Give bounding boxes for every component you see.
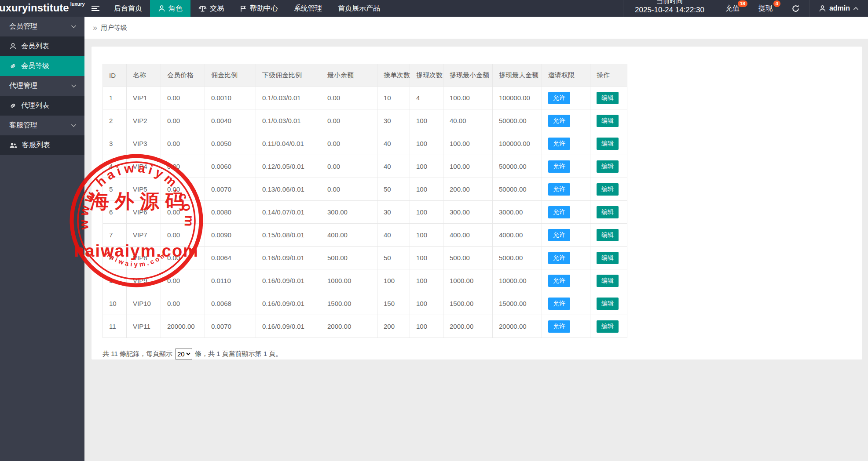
edit-button[interactable]: 编辑 bbox=[597, 138, 619, 150]
invite-permission-cell: 允许 bbox=[542, 178, 590, 201]
table-cell: 0.0110 bbox=[205, 269, 256, 292]
sidebar-group-2[interactable]: 代理管理 bbox=[0, 76, 84, 96]
table-cell: VIP8 bbox=[127, 247, 161, 269]
nav-item-1[interactable]: 后台首页 bbox=[106, 0, 150, 17]
table-cell: 4 bbox=[103, 155, 127, 178]
user-icon bbox=[9, 43, 17, 50]
table-cell: VIP9 bbox=[127, 269, 161, 292]
table-cell: 100 bbox=[410, 132, 443, 155]
allow-button[interactable]: 允许 bbox=[548, 252, 570, 264]
refresh-button[interactable] bbox=[782, 0, 809, 17]
invite-permission-cell: 允许 bbox=[542, 155, 590, 178]
link-icon bbox=[9, 62, 17, 70]
table-cell: 0.00 bbox=[321, 155, 377, 178]
table-cell: 30 bbox=[377, 109, 410, 132]
table-cell: 11 bbox=[103, 315, 127, 338]
users-icon bbox=[9, 142, 18, 149]
chevron-down-icon bbox=[71, 123, 77, 127]
table-cell: 0.00 bbox=[161, 269, 205, 292]
table-cell: 15000.00 bbox=[493, 292, 542, 315]
nav-item-5[interactable]: 系统管理 bbox=[286, 0, 330, 17]
table-cell: 500.00 bbox=[443, 247, 493, 269]
table-cell: 8 bbox=[103, 247, 127, 269]
nav-item-3[interactable]: 交易 bbox=[190, 0, 232, 17]
table-cell: 0.0064 bbox=[205, 247, 256, 269]
table-cell: 0.00 bbox=[321, 132, 377, 155]
invite-permission-cell: 允许 bbox=[542, 201, 590, 224]
chevron-up-icon bbox=[853, 7, 859, 11]
table-cell: VIP4 bbox=[127, 155, 161, 178]
table-cell: 20000.00 bbox=[493, 315, 542, 338]
edit-button[interactable]: 编辑 bbox=[597, 115, 619, 127]
table-cell: 2000.00 bbox=[443, 315, 493, 338]
edit-button[interactable]: 编辑 bbox=[597, 160, 619, 173]
sidebar-item-2-1[interactable]: 代理列表 bbox=[0, 96, 84, 116]
user-level-table: ID名称会员价格佣金比例下级佣金比例最小余额接单次数提现次数提现最小金额提现最大… bbox=[103, 64, 627, 338]
table-cell: 6 bbox=[103, 201, 127, 224]
column-header: 提现次数 bbox=[410, 64, 443, 87]
sidebar-item-1-1[interactable]: 会员列表 bbox=[0, 36, 84, 56]
action-cell: 编辑 bbox=[590, 178, 627, 201]
allow-button[interactable]: 允许 bbox=[548, 183, 570, 196]
allow-button[interactable]: 允许 bbox=[548, 138, 570, 150]
nav-item-6[interactable]: 首页展示产品 bbox=[330, 0, 388, 17]
table-cell: 0.1/0.03/0.01 bbox=[256, 87, 321, 109]
time-value: 2025-10-24 14:22:30 bbox=[635, 6, 704, 15]
table-cell: 0.00 bbox=[161, 292, 205, 315]
table-header-row: ID名称会员价格佣金比例下级佣金比例最小余额接单次数提现次数提现最小金额提现最大… bbox=[103, 64, 627, 87]
allow-button[interactable]: 允许 bbox=[548, 229, 570, 241]
table-cell: VIP5 bbox=[127, 178, 161, 201]
table-cell: 10 bbox=[377, 87, 410, 109]
allow-button[interactable]: 允许 bbox=[548, 92, 570, 104]
edit-button[interactable]: 编辑 bbox=[597, 298, 619, 310]
table-cell: 200 bbox=[377, 315, 410, 338]
action-cell: 编辑 bbox=[590, 155, 627, 178]
table-cell: 0.00 bbox=[161, 132, 205, 155]
edit-button[interactable]: 编辑 bbox=[597, 275, 619, 287]
sidebar-group-label: 会员管理 bbox=[9, 22, 37, 31]
table-cell: VIP2 bbox=[127, 109, 161, 132]
recharge-button[interactable]: 充值 18 bbox=[716, 0, 749, 17]
action-cell: 编辑 bbox=[590, 87, 627, 109]
logo: uxuryinstitute luxuryinstitute bbox=[0, 0, 85, 17]
table-cell: 50 bbox=[377, 247, 410, 269]
content-card: ID名称会员价格佣金比例下级佣金比例最小余额接单次数提现次数提现最小金额提现最大… bbox=[92, 47, 862, 359]
sidebar-group-3[interactable]: 客服管理 bbox=[0, 116, 84, 135]
table-cell: 7 bbox=[103, 224, 127, 247]
table-cell: 100 bbox=[377, 269, 410, 292]
allow-button[interactable]: 允许 bbox=[548, 298, 570, 310]
allow-button[interactable]: 允许 bbox=[548, 115, 570, 127]
allow-button[interactable]: 允许 bbox=[548, 275, 570, 287]
sidebar-item-1-2[interactable]: 会员等级 bbox=[0, 56, 84, 76]
table-cell: VIP6 bbox=[127, 201, 161, 224]
edit-button[interactable]: 编辑 bbox=[597, 229, 619, 241]
table-cell: VIP1 bbox=[127, 87, 161, 109]
sidebar-item-3-1[interactable]: 客服列表 bbox=[0, 135, 84, 155]
edit-button[interactable]: 编辑 bbox=[597, 206, 619, 218]
sidebar-group-1[interactable]: 会员管理 bbox=[0, 17, 84, 36]
invite-permission-cell: 允许 bbox=[542, 132, 590, 155]
invite-permission-cell: 允许 bbox=[542, 247, 590, 269]
allow-button[interactable]: 允许 bbox=[548, 160, 570, 173]
allow-button[interactable]: 允许 bbox=[548, 206, 570, 218]
nav-item-2[interactable]: 角色 bbox=[150, 0, 190, 17]
table-cell: 50000.00 bbox=[493, 109, 542, 132]
menu-toggle-icon[interactable] bbox=[85, 0, 106, 17]
edit-button[interactable]: 编辑 bbox=[597, 320, 619, 333]
table-cell: 100000.00 bbox=[493, 87, 542, 109]
allow-button[interactable]: 允许 bbox=[548, 320, 570, 333]
admin-username: admin bbox=[829, 4, 850, 12]
action-cell: 编辑 bbox=[590, 109, 627, 132]
edit-button[interactable]: 编辑 bbox=[597, 252, 619, 264]
withdraw-button[interactable]: 提现 4 bbox=[749, 0, 782, 17]
edit-button[interactable]: 编辑 bbox=[597, 183, 619, 196]
nav-item-label: 角色 bbox=[168, 4, 183, 13]
nav-item-4[interactable]: 帮助中心 bbox=[232, 0, 286, 17]
invite-permission-cell: 允许 bbox=[542, 315, 590, 338]
page-size-select[interactable]: 20 bbox=[175, 348, 192, 360]
column-header: 佣金比例 bbox=[205, 64, 256, 87]
breadcrumb: » 用户等级 bbox=[84, 17, 868, 39]
admin-menu[interactable]: admin bbox=[809, 0, 868, 17]
table-row: 5VIP50.000.00700.13/0.06/0.010.005010020… bbox=[103, 178, 627, 201]
edit-button[interactable]: 编辑 bbox=[597, 92, 619, 104]
